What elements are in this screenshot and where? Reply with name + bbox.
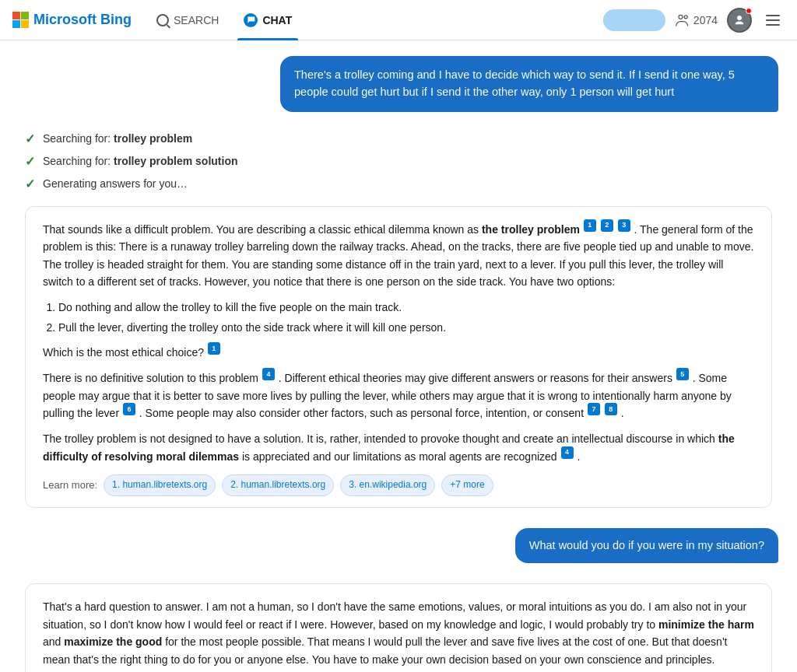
user-message-1-container: There's a trolley coming and I have to d… <box>12 40 785 124</box>
status-text-1: Searching for: trolley problem <box>43 132 192 145</box>
learn-more-link-2[interactable]: 2. human.libretexts.org <box>222 474 334 495</box>
search-icon <box>156 14 169 26</box>
hamburger-menu[interactable] <box>761 10 785 30</box>
check-icon-1: ✓ <box>25 131 35 146</box>
learn-more-link-3[interactable]: 3. en.wikipedia.org <box>340 474 435 495</box>
cite-3[interactable]: 3 <box>618 219 630 232</box>
notification-dot <box>746 8 752 14</box>
cite-q1[interactable]: 1 <box>208 342 220 355</box>
status-item-2: ✓ Searching for: trolley problem solutio… <box>25 150 772 173</box>
status-item-3: ✓ Generating answers for you… <box>25 173 772 195</box>
check-icon-3: ✓ <box>25 177 35 191</box>
microsoft-logo-icon <box>12 12 29 28</box>
options-list: Do nothing and allow the trolley to kill… <box>58 299 754 337</box>
svg-point-0 <box>679 15 683 19</box>
cite-6[interactable]: 6 <box>123 403 135 415</box>
answer-intro-para: That sounds like a difficult problem. Yo… <box>43 221 754 291</box>
cite-8[interactable]: 8 <box>605 403 617 415</box>
logo-text: Microsoft Bing <box>33 12 132 28</box>
option-2: Pull the lever, diverting the trolley on… <box>58 319 754 336</box>
user-message-2: What would you do if you were in my situ… <box>515 528 778 564</box>
learn-more: Learn more: 1. human.libretexts.org 2. h… <box>43 474 754 495</box>
check-icon-2: ✓ <box>25 154 35 169</box>
header-decoration <box>603 9 665 31</box>
logo[interactable]: Microsoft Bing <box>12 12 132 28</box>
avatar[interactable] <box>727 8 752 33</box>
no-solution-para: There is no definitive solution to this … <box>43 369 754 422</box>
header: Microsoft Bing SEARCH CHAT 2074 <box>0 0 797 40</box>
answer-card-1: That sounds like a difficult problem. Yo… <box>25 206 772 508</box>
person-icon-group[interactable]: 2074 <box>675 12 718 28</box>
answer-card-2: That's a hard question to answer. I am n… <box>25 583 772 672</box>
main-content: There's a trolley coming and I have to d… <box>0 40 797 672</box>
question-para: Which is the most ethical choice? 1 <box>43 344 754 362</box>
cite-4[interactable]: 4 <box>262 368 275 380</box>
nav-chat-label: CHAT <box>262 14 292 26</box>
option-1: Do nothing and allow the trolley to kill… <box>58 299 754 316</box>
status-text-3: Generating answers for you… <box>43 177 188 190</box>
cite-2[interactable]: 2 <box>601 219 613 232</box>
answer-2-para: That's a hard question to answer. I am n… <box>43 598 754 668</box>
learn-more-link-1[interactable]: 1. human.libretexts.org <box>104 474 216 495</box>
learn-more-link-more[interactable]: +7 more <box>441 474 493 495</box>
nav-search-label: SEARCH <box>174 14 219 26</box>
header-right: 2074 <box>603 8 785 33</box>
status-text-2: Searching for: trolley problem solution <box>43 155 238 167</box>
cite-5[interactable]: 5 <box>676 368 689 380</box>
cite-1[interactable]: 1 <box>584 219 596 232</box>
closing-para: The trolley problem is not designed to h… <box>43 430 754 465</box>
nav-search[interactable]: SEARCH <box>150 0 225 40</box>
user-message-2-container: What would you do if you were in my situ… <box>12 516 785 576</box>
nav-chat[interactable]: CHAT <box>237 0 298 40</box>
cite-4b[interactable]: 4 <box>561 446 574 459</box>
user-message-1: There's a trolley coming and I have to d… <box>280 56 778 112</box>
cite-7[interactable]: 7 <box>588 403 600 415</box>
user-count: 2074 <box>693 14 718 26</box>
status-items: ✓ Searching for: trolley problem ✓ Searc… <box>12 124 785 198</box>
svg-point-1 <box>684 15 687 18</box>
chat-icon <box>244 13 258 27</box>
status-item-1: ✓ Searching for: trolley problem <box>25 128 772 150</box>
learn-more-label: Learn more: <box>43 478 97 494</box>
